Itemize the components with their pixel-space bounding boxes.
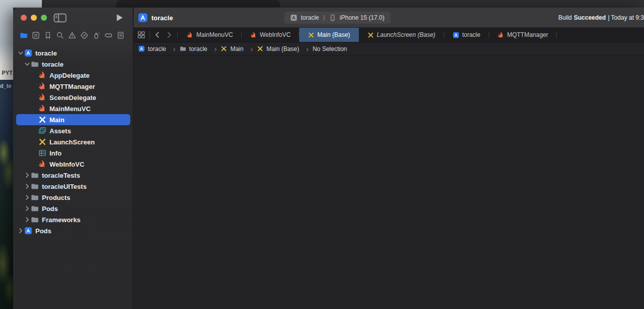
file-type-icon	[31, 182, 39, 190]
background-window-text: PYT	[2, 70, 13, 76]
file-type-icon	[38, 149, 46, 157]
debug-navigator-tab[interactable]	[92, 31, 100, 39]
tree-row-label: Assets	[49, 127, 71, 135]
chevron-right-icon[interactable]	[17, 227, 24, 234]
navigator-rail	[13, 28, 133, 42]
tree-row-label: toracle	[35, 49, 57, 57]
tab-webinfovc[interactable]: WebInfoVC	[242, 28, 299, 42]
tree-row-label: MainMenuVC	[49, 105, 91, 113]
tree-row[interactable]: MainMenuVC	[13, 103, 133, 114]
chevron-right-icon[interactable]	[17, 49, 24, 57]
chevron-right-icon[interactable]	[24, 216, 31, 223]
find-navigator-tab[interactable]	[56, 31, 64, 39]
status-build-word: Build	[558, 14, 572, 21]
divider	[149, 31, 150, 38]
issue-navigator-tab[interactable]	[68, 31, 76, 39]
tree-row[interactable]: WebInfoVC	[13, 159, 133, 170]
tree-row[interactable]: Pods	[13, 203, 133, 214]
tree-row[interactable]: Assets	[13, 125, 133, 136]
test-navigator-tab[interactable]	[80, 31, 88, 39]
go-forward-icon[interactable]	[165, 31, 173, 39]
close-window-button[interactable]	[21, 15, 27, 21]
tab-mainmenuvc[interactable]: MainMenuVC	[178, 28, 242, 42]
file-type-icon	[31, 171, 39, 179]
tree-row[interactable]: Products	[13, 192, 133, 203]
status-result: Succeeded	[574, 14, 606, 21]
file-type-icon	[24, 227, 32, 235]
tree-row[interactable]: Frameworks	[13, 214, 133, 225]
background-window-strip	[13, 0, 644, 8]
crumb-file[interactable]: Main	[221, 45, 257, 53]
crumb-project[interactable]: toracle	[138, 45, 180, 53]
tree-row[interactable]: AppDelegate	[13, 70, 133, 81]
chevron-right-icon[interactable]	[24, 61, 31, 68]
status-time: | Today at 9:3	[608, 14, 644, 21]
crumb-selection[interactable]: No Selection	[312, 45, 347, 53]
chevron-right-icon[interactable]	[24, 172, 31, 179]
breadcrumb-icon	[180, 45, 186, 52]
minimize-window-button[interactable]	[31, 15, 37, 21]
go-back-icon[interactable]	[153, 31, 162, 39]
tab-main-base[interactable]: Main (Base)	[299, 28, 359, 42]
breadcrumb-icon	[221, 45, 227, 52]
tree-row[interactable]: toracle	[13, 59, 133, 70]
run-button[interactable]	[116, 14, 123, 22]
tree-row-label: toracle	[42, 61, 64, 68]
tree-row[interactable]: SceneDelegate	[13, 92, 133, 103]
tab-label: WebInfoVC	[260, 31, 291, 38]
tab-file-icon	[367, 32, 374, 38]
chevron-right-icon[interactable]	[24, 205, 31, 212]
scheme-target-label: toracle	[301, 14, 319, 21]
tab-file-icon	[187, 32, 193, 38]
project-app-icon	[138, 13, 148, 23]
tab-mqttmanager[interactable]: MQTTManager	[489, 28, 557, 42]
navigator-sidebar: toracle toracle	[13, 8, 133, 309]
tab-toracle[interactable]: toracle	[444, 28, 489, 42]
scheme-device-label: iPhone 15 (17.0)	[340, 14, 385, 21]
file-type-icon	[38, 71, 46, 79]
file-type-icon	[24, 49, 32, 57]
breakpoint-navigator-tab[interactable]	[104, 31, 113, 39]
scheme-selector[interactable]: toracle 〉 iPhone 15 (17.0)	[284, 12, 391, 24]
source-control-navigator-tab[interactable]	[32, 31, 40, 39]
divider	[177, 31, 178, 38]
desktop-wallpaper-trees	[0, 97, 13, 309]
tree-row-label: Main	[49, 116, 65, 124]
crumb-localization[interactable]: Main (Base)	[257, 45, 312, 53]
bookmark-navigator-tab[interactable]	[44, 31, 52, 39]
tree-row[interactable]: Main	[16, 114, 130, 125]
breadcrumb-label: toracle	[148, 45, 166, 53]
tree-row[interactable]: LaunchScreen	[13, 136, 133, 147]
tree-row[interactable]: toracle	[13, 47, 133, 59]
file-type-icon	[38, 82, 46, 90]
xcode-window: toracle toracle	[13, 8, 644, 309]
tree-row-label: Info	[49, 149, 62, 157]
file-type-icon	[38, 127, 46, 135]
crumb-group[interactable]: toracle	[180, 45, 221, 53]
tree-row[interactable]: toracleTests	[13, 170, 133, 181]
tree-row[interactable]: MQTTManager	[13, 81, 133, 92]
tree-row-label: WebInfoVC	[49, 161, 84, 168]
tab-launchscreen-base[interactable]: LaunchScreen (Base)	[359, 28, 444, 42]
chevron-right-icon[interactable]	[24, 183, 31, 190]
activity-status[interactable]: Build Succeeded | Today at 9:3	[558, 8, 644, 28]
chevron-right-icon[interactable]	[24, 194, 31, 201]
tab-overview-icon[interactable]	[137, 31, 145, 39]
breadcrumb-label: Main (Base)	[266, 45, 299, 53]
tree-row[interactable]: Pods	[13, 225, 133, 236]
background-window-text: d_te	[0, 83, 12, 89]
tree-row[interactable]: toracleUITests	[13, 181, 133, 192]
breadcrumb-icon	[138, 45, 145, 52]
toggle-sidebar-icon[interactable]	[53, 13, 67, 23]
tree-row-label: LaunchScreen	[49, 138, 95, 146]
tree-row-label: MQTTManager	[49, 83, 95, 90]
sidebar-toolbar	[13, 8, 133, 28]
desktop-sky	[13, 0, 42, 8]
zoom-window-button[interactable]	[41, 15, 47, 21]
project-navigator-tab[interactable]	[20, 31, 28, 39]
report-navigator-tab[interactable]	[117, 31, 125, 39]
tree-row[interactable]: Info	[13, 147, 133, 159]
file-type-icon	[38, 138, 46, 146]
desktop-background: PYT d_te	[0, 0, 13, 309]
file-type-icon	[38, 116, 46, 124]
